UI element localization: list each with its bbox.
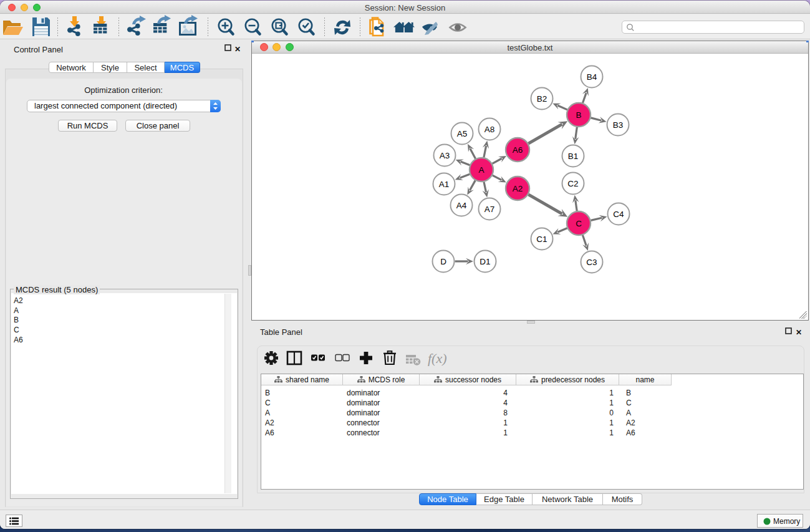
svg-text:B3: B3 (613, 120, 624, 130)
svg-text:C: C (576, 219, 582, 228)
svg-text:A6: A6 (513, 145, 523, 155)
svg-text:B2: B2 (537, 94, 547, 104)
svg-text:A3: A3 (440, 151, 450, 160)
svg-text:D: D (440, 257, 446, 266)
svg-text:A: A (478, 165, 484, 175)
svg-text:B: B (576, 110, 581, 120)
svg-text:C3: C3 (586, 258, 597, 267)
svg-text:A5: A5 (457, 129, 468, 138)
svg-text:D1: D1 (480, 257, 490, 266)
svg-text:A4: A4 (456, 201, 467, 210)
svg-text:C4: C4 (613, 210, 624, 219)
svg-text:A7: A7 (485, 205, 495, 214)
svg-text:B1: B1 (568, 152, 579, 161)
svg-text:C1: C1 (536, 235, 547, 244)
svg-text:A2: A2 (513, 184, 523, 193)
svg-text:f(x): f(x) (428, 351, 447, 366)
svg-text:B4: B4 (587, 72, 597, 82)
svg-text:A8: A8 (485, 125, 495, 134)
svg-text:A1: A1 (439, 180, 450, 189)
svg-text:C2: C2 (567, 179, 578, 188)
